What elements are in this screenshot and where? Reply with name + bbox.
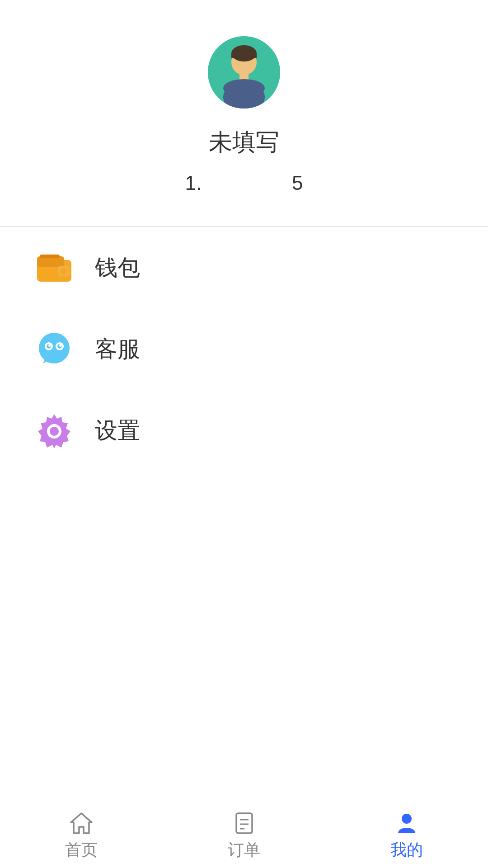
- svg-rect-3: [231, 53, 257, 58]
- username: 未填写: [209, 127, 279, 158]
- stat2-value: 5: [292, 172, 303, 194]
- mine-nav-label: 我的: [390, 839, 423, 861]
- menu-item-settings[interactable]: 设置: [27, 390, 461, 471]
- svg-point-17: [48, 344, 51, 347]
- menu-item-customer-service[interactable]: 客服: [27, 308, 461, 390]
- home-nav-label: 首页: [65, 839, 98, 861]
- svg-point-22: [50, 427, 59, 436]
- svg-rect-11: [40, 255, 60, 258]
- orders-nav-label: 订单: [228, 839, 260, 861]
- nav-item-mine[interactable]: 我的: [325, 803, 488, 861]
- stats-row: 1. 5: [185, 172, 303, 194]
- menu-section: 钱包: [0, 227, 488, 471]
- bottom-navigation: 首页 订单 我的: [0, 796, 488, 868]
- customer-service-label: 客服: [95, 334, 140, 364]
- mine-icon: [394, 811, 419, 835]
- stat-item-1: 1.: [185, 172, 202, 194]
- stat-item-2: 5: [292, 172, 303, 194]
- main-content: 未填写 1. 5: [0, 0, 488, 805]
- svg-point-28: [402, 814, 412, 824]
- menu-item-wallet[interactable]: 钱包: [27, 227, 461, 308]
- wallet-label: 钱包: [95, 253, 140, 283]
- settings-icon: [36, 412, 72, 448]
- stat1-value: 1.: [185, 172, 202, 194]
- svg-marker-23: [71, 813, 92, 833]
- settings-label: 设置: [95, 415, 140, 446]
- svg-point-10: [61, 268, 67, 274]
- nav-item-orders[interactable]: 订单: [163, 803, 325, 861]
- svg-point-18: [59, 344, 62, 347]
- nav-item-home[interactable]: 首页: [0, 803, 163, 861]
- wallet-icon: [36, 250, 72, 286]
- svg-rect-24: [236, 813, 252, 833]
- home-icon: [69, 811, 94, 835]
- svg-point-6: [223, 79, 265, 97]
- customer-service-icon: [36, 331, 72, 367]
- orders-icon: [232, 811, 257, 835]
- avatar[interactable]: [208, 36, 280, 108]
- profile-section: 未填写 1. 5: [0, 0, 488, 226]
- svg-point-12: [39, 333, 70, 363]
